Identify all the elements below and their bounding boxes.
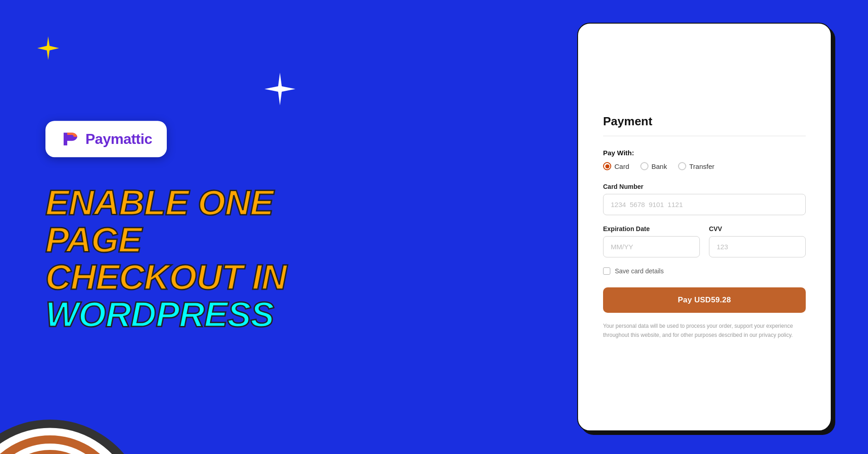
radio-card-label: Card <box>614 163 629 170</box>
cvv-label: CVV <box>709 225 806 232</box>
logo-text: Paymattic <box>85 131 152 148</box>
expiry-label: Expiration Date <box>603 225 700 232</box>
radio-transfer-circle <box>678 162 686 170</box>
privacy-text: Your personal data will be used to proce… <box>603 322 806 339</box>
radio-bank-circle <box>640 162 649 170</box>
section-divider <box>603 136 806 136</box>
payment-card: Payment Pay With: Card Bank Transfer Car… <box>577 23 832 431</box>
headline-line1: ENABLE ONE PAGE <box>45 184 341 259</box>
logo-badge: Paymattic <box>45 121 167 157</box>
cvv-field: CVV <box>709 225 806 257</box>
headline: ENABLE ONE PAGE CHECKOUT IN WORDPRESS <box>45 184 341 333</box>
radio-transfer[interactable]: Transfer <box>678 162 714 170</box>
radio-transfer-label: Transfer <box>689 163 714 170</box>
radio-bank[interactable]: Bank <box>640 162 667 170</box>
save-card-label: Save card details <box>615 267 663 275</box>
radio-card-circle <box>603 162 611 170</box>
radio-card[interactable]: Card <box>603 162 629 170</box>
headline-line2: CHECKOUT IN <box>45 259 341 296</box>
payment-method-group: Card Bank Transfer <box>603 162 806 170</box>
expiry-field: Expiration Date <box>603 225 700 257</box>
star-decoration-center <box>264 73 296 105</box>
paymattic-logo-icon <box>60 129 80 149</box>
cvv-input[interactable] <box>709 236 806 257</box>
expiry-cvv-row: Expiration Date CVV <box>603 225 806 257</box>
radio-bank-label: Bank <box>652 163 667 170</box>
headline-line3: WORDPRESS <box>45 296 341 333</box>
save-card-checkbox[interactable] <box>603 267 610 275</box>
expiry-input[interactable] <box>603 236 700 257</box>
pay-with-label: Pay With: <box>603 149 806 157</box>
payment-title: Payment <box>603 114 806 128</box>
payment-card-container: Payment Pay With: Card Bank Transfer Car… <box>577 23 832 431</box>
pay-button[interactable]: Pay USD59.28 <box>603 287 806 313</box>
save-card-row: Save card details <box>603 267 806 275</box>
left-content: Paymattic ENABLE ONE PAGE CHECKOUT IN WO… <box>45 121 341 333</box>
card-number-input[interactable] <box>603 194 806 215</box>
card-number-label: Card Number <box>603 183 806 190</box>
star-decoration-top-left <box>36 36 60 60</box>
